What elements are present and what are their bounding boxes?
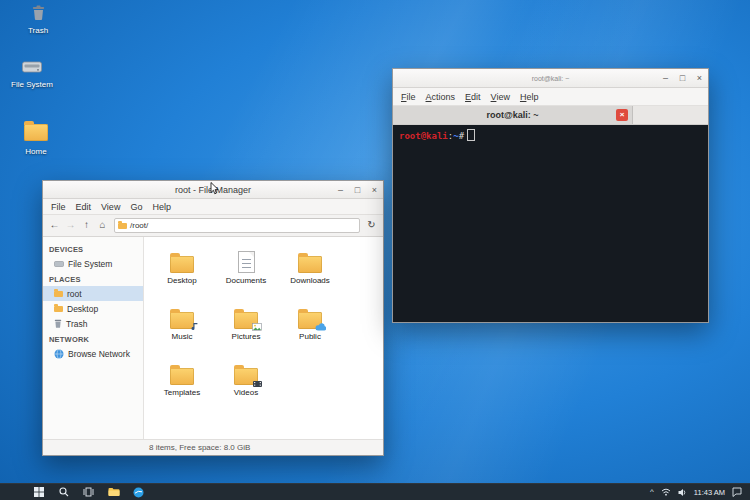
sidebar-item-label: root (67, 289, 82, 299)
file-manager-window: root - File Manager – □ × File Edit View… (42, 180, 384, 456)
folder-grid: Desktop Documents Downloads (144, 237, 383, 439)
sidebar-item-file-system[interactable]: File System (43, 256, 143, 271)
folder-icon (297, 249, 323, 273)
file-explorer-icon (108, 487, 120, 497)
folder-music-icon (169, 305, 195, 329)
desktop-icon-home[interactable]: Home (6, 120, 66, 156)
sidebar-item-trash[interactable]: Trash (43, 316, 143, 331)
folder-label: Public (299, 332, 321, 341)
sidebar-item-root[interactable]: root (43, 286, 143, 301)
volume-icon[interactable] (678, 488, 687, 497)
terminal-cursor (467, 129, 475, 141)
search-button[interactable] (51, 484, 76, 500)
tab-close-button[interactable]: × (616, 109, 628, 121)
clock[interactable]: 11:43 AM (694, 488, 725, 497)
drive-icon (22, 60, 42, 74)
task-view-button[interactable] (76, 484, 101, 500)
terminal-titlebar[interactable]: root@kali: ~ – □ × (393, 69, 708, 88)
trash-icon (32, 5, 45, 20)
cloud-emblem (315, 323, 326, 331)
folder-item-desktop[interactable]: Desktop (150, 249, 214, 285)
menu-help[interactable]: Help (515, 91, 544, 103)
terminal-output[interactable]: root@kali:~# (393, 125, 708, 322)
folder-item-videos[interactable]: Videos (214, 361, 278, 397)
folder-label: Desktop (167, 276, 196, 285)
menu-file[interactable]: File (46, 201, 71, 213)
folder-public-icon (297, 305, 323, 329)
tray-chevron-up-icon[interactable]: ^ (650, 488, 654, 496)
desktop-icon-file-system[interactable]: File System (2, 60, 62, 89)
window-controls: – □ × (332, 185, 383, 195)
music-note-emblem (191, 322, 198, 331)
close-button[interactable]: × (366, 185, 383, 195)
forward-icon[interactable]: → (63, 218, 78, 233)
folder-label: Pictures (232, 332, 261, 341)
sidebar-header-devices: DEVICES (43, 241, 143, 256)
folder-icon (169, 249, 195, 273)
folder-label: Music (172, 332, 193, 341)
sidebar-item-label: Trash (66, 319, 87, 329)
sidebar-item-label: File System (68, 259, 112, 269)
maximize-button[interactable]: □ (674, 73, 691, 83)
path-text: /root/ (130, 221, 148, 230)
terminal-tab-label: root@kali: ~ (486, 110, 538, 120)
window-controls: – □ × (657, 73, 708, 83)
maximize-button[interactable]: □ (349, 185, 366, 195)
up-icon[interactable]: ↑ (79, 218, 94, 233)
action-center-icon[interactable] (732, 487, 742, 497)
folder-item-downloads[interactable]: Downloads (278, 249, 342, 285)
file-manager-sidebar: DEVICES File System PLACES root Desktop (43, 237, 144, 439)
menu-file[interactable]: File (396, 91, 421, 103)
folder-label: Documents (226, 276, 266, 285)
file-manager-body: DEVICES File System PLACES root Desktop (43, 237, 383, 439)
network-icon[interactable] (661, 488, 671, 496)
folder-icon (54, 291, 63, 297)
folder-item-documents[interactable]: Documents (214, 249, 278, 285)
sidebar-header-network: NETWORK (43, 331, 143, 346)
terminal-menubar: File Actions Edit View Help (393, 88, 708, 106)
minimize-button[interactable]: – (332, 185, 349, 195)
folder-icon (118, 223, 127, 229)
terminal-tab[interactable]: root@kali: ~ × (393, 106, 633, 124)
desktop-icon-trash[interactable]: Trash (8, 5, 68, 35)
folder-item-templates[interactable]: Templates (150, 361, 214, 397)
folder-item-public[interactable]: Public (278, 305, 342, 341)
desktop-icon-label: Home (6, 147, 66, 156)
folder-label: Videos (234, 388, 258, 397)
prompt-user: root@kali (399, 131, 448, 141)
path-bar[interactable]: /root/ (114, 218, 360, 233)
sidebar-item-browse-network[interactable]: Browse Network (43, 346, 143, 361)
trash-icon (54, 319, 62, 328)
refresh-icon[interactable]: ↻ (364, 218, 379, 233)
file-explorer-button[interactable] (101, 484, 126, 500)
network-globe-icon (54, 349, 64, 359)
terminal-tabbar: root@kali: ~ × (393, 106, 708, 125)
menu-edit[interactable]: Edit (71, 201, 97, 213)
film-emblem (253, 381, 262, 387)
menu-go[interactable]: Go (125, 201, 147, 213)
menu-help[interactable]: Help (147, 201, 176, 213)
sidebar-item-desktop[interactable]: Desktop (43, 301, 143, 316)
kali-app-button[interactable] (126, 484, 151, 500)
sidebar-item-label: Desktop (67, 304, 98, 314)
start-button[interactable] (26, 484, 51, 500)
sidebar-item-label: Browse Network (68, 349, 130, 359)
folder-icon (169, 361, 195, 385)
folder-item-music[interactable]: Music (150, 305, 214, 341)
photo-emblem (252, 323, 262, 331)
menu-actions[interactable]: Actions (421, 91, 461, 103)
minimize-button[interactable]: – (657, 73, 674, 83)
folder-pictures-icon (233, 305, 259, 329)
drive-icon (54, 260, 64, 268)
home-icon[interactable]: ⌂ (95, 218, 110, 233)
system-tray: ^ 11:43 AM (650, 487, 750, 497)
task-view-icon (83, 487, 94, 497)
menu-view[interactable]: View (486, 91, 515, 103)
kali-icon (133, 487, 144, 498)
menu-view[interactable]: View (96, 201, 125, 213)
back-icon[interactable]: ← (47, 218, 62, 233)
menu-edit[interactable]: Edit (460, 91, 486, 103)
folder-item-pictures[interactable]: Pictures (214, 305, 278, 341)
terminal-window: root@kali: ~ – □ × File Actions Edit Vie… (392, 68, 709, 323)
close-button[interactable]: × (691, 73, 708, 83)
